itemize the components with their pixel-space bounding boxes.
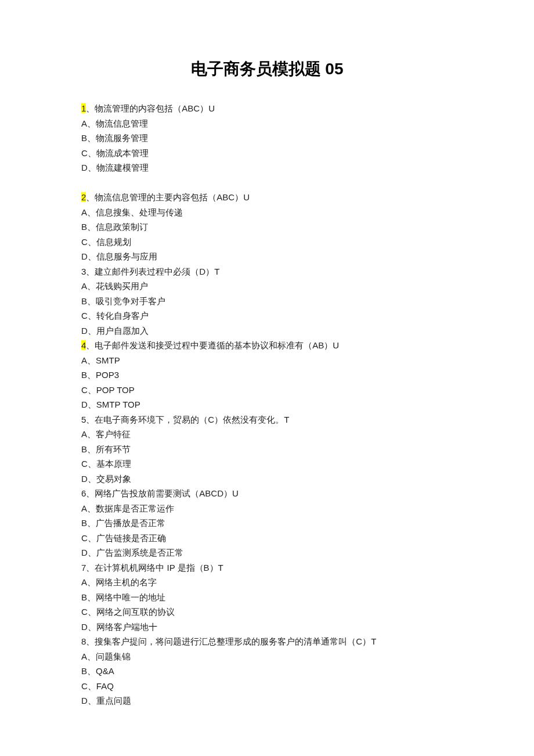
text-line: 4、电子邮件发送和接受过程中要遵循的基本协议和标准有（AB）U (81, 338, 453, 353)
text-line: B、所有环节 (81, 442, 453, 457)
text-line: B、信息政策制订 (81, 219, 453, 235)
page-title: 电子商务员模拟题 05 (81, 58, 453, 80)
line-text: 、物流信息管理的主要内容包括（ABC）U (86, 192, 250, 202)
text-line: 6、网络广告投放前需要测试（ABCD）U (81, 486, 453, 501)
text-line: D、重点问题 (81, 693, 453, 708)
line-text: 、电子邮件发送和接受过程中要遵循的基本协议和标准有（AB）U (86, 340, 339, 350)
line-text: 、物流管理的内容包括（ABC）U (86, 103, 215, 113)
text-line: C、POP TOP (81, 383, 453, 398)
text-line: C、网络之间互联的协议 (81, 604, 453, 620)
text-line: A、数据库是否正常运作 (81, 501, 453, 516)
text-line: B、广告播放是否正常 (81, 516, 453, 531)
text-line: D、网络客户端地十 (81, 620, 453, 635)
text-line: C、FAQ (81, 679, 453, 694)
text-line: D、信息服务与应用 (81, 249, 453, 264)
document-page: 电子商务员模拟题 05 1、物流管理的内容包括（ABC）UA、物流信息管理B、物… (0, 0, 534, 743)
text-line: 3、建立邮件列表过程中必须（D）T (81, 264, 453, 279)
text-line (81, 175, 453, 190)
text-line: 2、物流信息管理的主要内容包括（ABC）U (81, 190, 453, 205)
text-line: A、花钱购买用户 (81, 279, 453, 294)
text-line: D、用户自愿加入 (81, 323, 453, 339)
text-line: C、广告链接是否正确 (81, 531, 453, 546)
text-line: B、Q&A (81, 664, 453, 679)
text-line: 5、在电子商务环境下，贸易的（C）依然没有变化。T (81, 412, 453, 427)
text-line: 1、物流管理的内容包括（ABC）U (81, 101, 453, 116)
text-line: A、客户特征 (81, 427, 453, 442)
text-line: B、物流服务管理 (81, 131, 453, 146)
text-line: 8、搜集客户提问，将问题进行汇总整理形成的服务客户的清单通常叫（C）T (81, 634, 453, 649)
text-line: B、网络中唯一的地址 (81, 590, 453, 605)
text-line: A、网络主机的名字 (81, 575, 453, 590)
text-line: D、交易对象 (81, 471, 453, 487)
text-line: C、转化自身客户 (81, 308, 453, 323)
text-line: D、广告监测系统是否正常 (81, 545, 453, 560)
text-line: D、物流建模管理 (81, 160, 453, 175)
text-line: A、信息搜集、处理与传递 (81, 205, 453, 220)
text-line: A、物流信息管理 (81, 116, 453, 131)
text-line: C、基本原理 (81, 456, 453, 471)
text-line: B、POP3 (81, 368, 453, 383)
text-line: B、吸引竞争对手客户 (81, 294, 453, 309)
question-list: 1、物流管理的内容包括（ABC）UA、物流信息管理B、物流服务管理C、物流成本管… (81, 101, 453, 708)
text-line: C、物流成本管理 (81, 146, 453, 161)
text-line: D、SMTP TOP (81, 397, 453, 412)
text-line: A、问题集锦 (81, 649, 453, 664)
text-line: C、信息规划 (81, 235, 453, 250)
text-line: 7、在计算机机网络中 IP 是指（B）T (81, 560, 453, 575)
text-line: A、SMTP (81, 353, 453, 368)
